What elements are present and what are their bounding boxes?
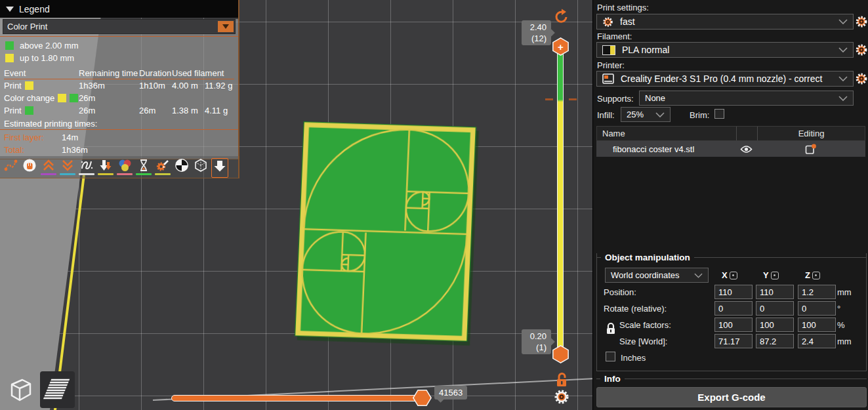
scale-z-input[interactable] — [798, 318, 836, 332]
lower-layer-tooltip: 0.20 (1) — [522, 329, 551, 354]
scale-unit: % — [837, 320, 845, 330]
travels-icon[interactable] — [2, 158, 19, 177]
shells-icon[interactable] — [192, 158, 209, 177]
settings-panel: Print settings: fast Filament: PLA norma… — [592, 0, 868, 410]
rotate-x-input[interactable] — [714, 301, 753, 316]
custom-gcodes-icon[interactable] — [154, 158, 171, 177]
center-of-mass-icon[interactable] — [173, 158, 190, 177]
reset-slider-icon[interactable] — [554, 9, 569, 24]
edit-print-settings-gear-icon[interactable] — [855, 15, 868, 28]
chevron-down-icon — [838, 19, 848, 24]
mirror-icon[interactable] — [812, 272, 820, 279]
view-mode-dropdown-button[interactable] — [218, 21, 234, 32]
edit-object-icon[interactable] — [805, 144, 817, 155]
export-gcode-label: Export G-code — [697, 392, 765, 403]
retractions-icon[interactable] — [40, 158, 57, 177]
info-section-title: Info — [596, 374, 867, 384]
chevron-down-icon — [838, 96, 848, 101]
range-label: up to 1.80 mm — [20, 53, 74, 63]
estimated-times-title: Estimated printing times: — [0, 117, 238, 129]
filament-value: PLA normal — [622, 45, 669, 55]
supports-value: None — [645, 93, 665, 103]
editor-view-button[interactable] — [1, 371, 36, 408]
uniform-scale-lock-icon[interactable] — [606, 322, 616, 335]
objects-table-header: Name Editing — [596, 126, 865, 141]
tool-changes-icon[interactable] — [97, 158, 114, 177]
rotate-z-input[interactable] — [798, 301, 836, 316]
table-row: Print 26m 26m 1.38 m 4.11 g — [4, 104, 234, 117]
position-label: Position: — [604, 287, 636, 297]
3d-viewport[interactable]: + 2.40 (12) 0.20 (1) 41563 — [0, 0, 592, 410]
object-manipulation-panel: Object manipulation World coordinates X … — [596, 253, 867, 371]
edit-filament-gear-icon[interactable] — [855, 43, 868, 56]
filament-swatch-icon — [602, 45, 615, 55]
chevron-down-icon — [838, 76, 848, 81]
table-row: Color change 26m — [4, 92, 234, 104]
legend-header[interactable]: Legend — [0, 0, 238, 18]
seams-icon[interactable] — [78, 158, 95, 177]
move-slider-tooltip: 41563 — [434, 386, 467, 400]
legend-title: Legend — [19, 4, 50, 14]
slider-settings-gear-icon[interactable] — [553, 388, 570, 405]
inches-checkbox[interactable] — [606, 352, 615, 361]
upper-layer-tooltip: 2.40 (12) — [522, 20, 551, 45]
scale-label: Scale factors: — [619, 320, 671, 330]
coordinates-select[interactable]: World coordinates — [605, 268, 709, 283]
object-manipulation-title: Object manipulation — [597, 253, 866, 262]
total-time-row: Total: 1h36m — [4, 144, 234, 156]
export-gcode-button[interactable]: Export G-code — [596, 387, 867, 407]
legend-arrow-icon[interactable] — [211, 158, 228, 178]
printer-label: Printer: — [597, 60, 625, 70]
position-unit: mm — [837, 287, 852, 297]
position-x-input[interactable] — [714, 285, 753, 299]
position-y-input[interactable] — [756, 285, 794, 299]
first-layer-row: First layer: 14m — [4, 131, 234, 144]
size-z-input[interactable] — [798, 334, 836, 348]
rotate-unit: ° — [837, 304, 840, 314]
size-y-input[interactable] — [756, 334, 794, 348]
inches-label: Inches — [621, 353, 646, 363]
printer-icon — [602, 73, 614, 84]
size-unit: mm — [837, 337, 852, 346]
wipe-icon[interactable] — [21, 158, 38, 177]
chevron-down-icon — [655, 112, 665, 117]
preview-view-button[interactable] — [40, 371, 75, 408]
mirror-icon[interactable] — [771, 272, 779, 279]
deretractions-icon[interactable] — [59, 158, 76, 177]
edit-printer-gear-icon[interactable] — [855, 72, 868, 85]
mirror-icon[interactable] — [730, 272, 737, 279]
scale-y-input[interactable] — [756, 318, 794, 332]
print-settings-select[interactable]: fast — [596, 14, 854, 30]
position-z-input[interactable] — [798, 285, 836, 299]
eye-icon[interactable] — [740, 145, 753, 154]
axis-header-z: Z — [805, 270, 820, 280]
filament-select[interactable]: PLA normal — [596, 42, 854, 58]
color-changes-icon[interactable] — [116, 158, 133, 177]
supports-select[interactable]: None — [639, 91, 854, 106]
printer-select[interactable]: Creality Ender-3 S1 Pro (0.4 mm nozzle) … — [596, 71, 854, 87]
scale-x-input[interactable] — [714, 318, 753, 332]
layer-slider-track[interactable] — [557, 46, 564, 358]
coordinates-value: World coordinates — [611, 270, 680, 280]
object-name: fibonacci coster v4.stl — [596, 144, 735, 154]
print-settings-value: fast — [620, 16, 635, 27]
rotate-y-input[interactable] — [756, 301, 794, 316]
brim-label: Brim: — [690, 110, 709, 120]
chevron-down-icon — [694, 273, 703, 278]
object-row[interactable]: fibonacci coster v4.stl — [596, 141, 865, 157]
view-mode-select[interactable]: Color Print — [3, 19, 236, 34]
fibonacci-coaster-model[interactable] — [278, 121, 493, 342]
size-x-input[interactable] — [714, 334, 753, 348]
pause-prints-icon[interactable] — [135, 158, 152, 177]
infill-select[interactable]: 25% — [621, 107, 671, 122]
supports-label: Supports: — [597, 94, 634, 104]
gear-icon — [602, 16, 613, 28]
brim-checkbox[interactable] — [714, 109, 724, 119]
events-table: Event Remaining time Duration Used filam… — [0, 66, 238, 117]
unlock-icon[interactable] — [554, 371, 569, 388]
move-slider-track[interactable] — [171, 395, 426, 401]
filament-label: Filament: — [597, 31, 632, 41]
range-label: above 2.00 mm — [20, 41, 79, 51]
table-row: Print 1h36m 1h10m 4.00 m 11.92 g — [4, 79, 234, 92]
range-row: above 2.00 mm — [5, 39, 233, 52]
